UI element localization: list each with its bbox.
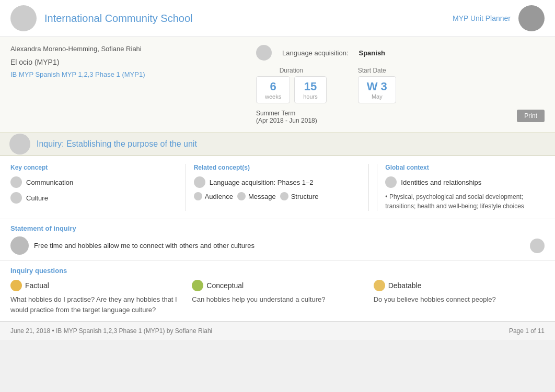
course-link[interactable]: IB MYP Spanish MYP 1,2,3 Phase 1 (MYP1): [10, 70, 145, 78]
divider-2: [368, 164, 369, 211]
language-row: Language acquisition: Spanish: [256, 45, 545, 61]
iq-conceptual-label: Conceptual: [206, 281, 244, 290]
concepts-grid: Key concept Communication Culture Relate…: [0, 156, 555, 219]
soi-icon: [10, 236, 29, 255]
footer-date: June 21, 2018: [10, 327, 50, 335]
iq-debatable-type: Debatable: [374, 280, 545, 291]
school-logo: [10, 5, 37, 31]
soi-label: Statement of inquiry: [10, 224, 545, 232]
unit-name: El ocio (MYP1): [10, 58, 240, 66]
iq-conceptual-col: Conceptual Can hobbies help you understa…: [192, 280, 363, 315]
related-audience: Audience: [194, 192, 233, 200]
related-main-item: Language acquisition: Phases 1–2: [194, 176, 353, 188]
term-name: Summer Term: [256, 110, 317, 117]
footer-course: IB MYP Spanish 1,2,3 Phase 1 (MYP1) by S…: [56, 327, 212, 335]
authors: Alexandra Moreno-Hemming, Sofiane Riahi: [10, 45, 240, 53]
language-icon: [256, 45, 272, 61]
related-message: Message: [237, 192, 276, 200]
school-name: International Community School: [44, 13, 192, 25]
duration-weeks-sub: weeks: [265, 93, 281, 100]
concept-dot-culture: [10, 192, 22, 204]
global-context-item: Identities and relationships: [385, 176, 545, 188]
related-sub-items: Audience Message Structure: [194, 192, 353, 200]
related-audience-dot: [194, 192, 202, 200]
duration-weeks: 6: [265, 80, 281, 93]
key-concept-col: Key concept Communication Culture: [10, 164, 178, 211]
related-message-text: Message: [248, 193, 276, 200]
concept-communication: Communication: [10, 176, 170, 188]
duration-hours-box: 15 hours: [294, 76, 327, 103]
concept-communication-text: Communication: [26, 179, 73, 186]
footer-bullet: •: [52, 327, 54, 335]
header-right: MYP Unit Planner: [453, 5, 545, 31]
iq-conceptual-type: Conceptual: [192, 280, 363, 291]
iq-factual-col: Factual What hobbies do I practise? Are …: [10, 280, 181, 315]
duration-row: Duration 6 weeks 15 hours Start Date: [256, 67, 545, 103]
global-context-label: Global context: [385, 164, 545, 171]
language-label: Language acquisition:: [282, 49, 349, 57]
header: International Community School MYP Unit …: [0, 0, 555, 37]
related-concept-label: Related concept(s): [194, 164, 353, 171]
iq-section: Inquiry questions Factual What hobbies d…: [0, 260, 555, 322]
inquiry-header: Inquiry: Establishing the purpose of the…: [0, 133, 555, 156]
info-left: Alexandra Moreno-Hemming, Sofiane Riahi …: [10, 45, 251, 124]
footer-page: Page 1 of 11: [509, 327, 545, 335]
related-concept-col: Related concept(s) Language acquisition:…: [194, 164, 361, 211]
term-row: Summer Term (Apr 2018 - Jun 2018) Print: [256, 110, 545, 124]
soi-section: Statement of inquiry Free time and hobbi…: [0, 219, 555, 260]
global-context-dot: [385, 176, 397, 188]
related-main-text: Language acquisition: Phases 1–2: [210, 179, 314, 186]
info-section: Alexandra Moreno-Hemming, Sofiane Riahi …: [0, 37, 555, 133]
term-info: Summer Term (Apr 2018 - Jun 2018): [256, 110, 317, 124]
start-date-box: W 3 May: [358, 76, 396, 103]
inquiry-header-text: Inquiry: Establishing the purpose of the…: [37, 139, 197, 149]
start-date-block: Start Date W 3 May: [358, 67, 396, 103]
duration-label: Duration: [256, 67, 327, 74]
start-date-label: Start Date: [358, 67, 396, 74]
iq-debatable-dot: [374, 280, 385, 291]
iq-grid: Factual What hobbies do I practise? Are …: [10, 280, 545, 315]
iq-factual-type: Factual: [10, 280, 181, 291]
iq-debatable-col: Debatable Do you believe hobbies connect…: [374, 280, 545, 315]
concept-dot-communication: [10, 176, 22, 188]
iq-factual-question: What hobbies do I practise? Are they any…: [10, 294, 181, 315]
iq-factual-dot: [10, 280, 22, 291]
duration-weeks-box: 6 weeks: [256, 76, 290, 103]
global-context-name: Identities and relationships: [401, 179, 481, 186]
iq-conceptual-dot: [192, 280, 203, 291]
soi-text: Free time and hobbies allow me to connec…: [34, 242, 525, 250]
iq-label: Inquiry questions: [10, 267, 545, 275]
print-button[interactable]: Print: [517, 110, 545, 122]
iq-conceptual-question: Can hobbies help you understand a cultur…: [192, 294, 363, 305]
term-dates: (Apr 2018 - Jun 2018): [256, 117, 317, 124]
global-context-col: Global context Identities and relationsh…: [377, 164, 545, 211]
concept-culture-text: Culture: [26, 194, 48, 202]
related-structure-dot: [280, 192, 288, 200]
inquiry-icon: [9, 134, 30, 155]
duration-hours: 15: [303, 80, 318, 93]
related-structure-text: Structure: [291, 193, 319, 200]
myp-label: MYP Unit Planner: [453, 14, 511, 22]
related-audience-text: Audience: [205, 193, 233, 200]
language-value: Spanish: [359, 49, 386, 57]
global-context-desc: • Physical, psychological and social dev…: [385, 192, 545, 211]
info-right: Language acquisition: Spanish Duration 6…: [251, 45, 545, 124]
start-date-value: W 3: [367, 80, 387, 93]
key-concept-label: Key concept: [10, 164, 170, 171]
soi-content: Free time and hobbies allow me to connec…: [10, 236, 545, 255]
related-structure: Structure: [280, 192, 319, 200]
duration-hours-sub: hours: [303, 93, 318, 100]
footer: June 21, 2018 • IB MYP Spanish 1,2,3 Pha…: [0, 322, 555, 340]
concept-culture: Culture: [10, 192, 170, 204]
related-main-dot: [194, 176, 205, 188]
duration-block: Duration 6 weeks 15 hours: [256, 67, 327, 103]
user-avatar: [518, 5, 545, 31]
footer-left: June 21, 2018 • IB MYP Spanish 1,2,3 Pha…: [10, 327, 212, 335]
divider-1: [186, 164, 186, 211]
iq-debatable-label: Debatable: [388, 281, 422, 290]
related-message-dot: [237, 192, 246, 200]
iq-debatable-question: Do you believe hobbies connect people?: [374, 294, 545, 305]
soi-right-icon: [530, 239, 545, 253]
start-date-sub: May: [367, 93, 387, 100]
iq-factual-label: Factual: [25, 281, 49, 290]
